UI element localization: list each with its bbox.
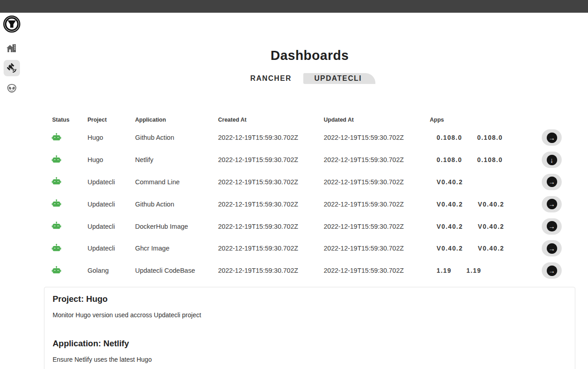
robot-happy-icon <box>51 265 62 276</box>
apps-cell: 0.108.00.108.0 <box>430 156 542 163</box>
app-version-chip: 0.108.0 <box>477 156 503 163</box>
created-at-cell: 2022-12-19T15:59:30.702Z <box>218 223 324 230</box>
app-version-chip: V0.40.2 <box>437 178 463 186</box>
updated-at-cell: 2022-12-19T15:59:30.702Z <box>324 201 430 208</box>
action-cell: → <box>542 129 575 146</box>
arrow-right-icon: → <box>547 243 557 254</box>
table-row[interactable]: Golang Updatecli CodeBase 2022-12-19T15:… <box>44 260 575 282</box>
tab-rancher[interactable]: RANCHER <box>244 73 298 84</box>
application-cell: Updatecli CodeBase <box>135 267 218 274</box>
app-version-chip: V0.40.2 <box>478 245 504 252</box>
app-version-chip: V0.40.2 <box>437 223 463 230</box>
sidebar <box>0 13 24 96</box>
arrow-down-icon: ↓ <box>547 155 557 165</box>
action-cell: → <box>542 262 575 279</box>
expand-row-button[interactable]: → <box>542 174 562 190</box>
created-at-cell: 2022-12-19T15:59:30.702Z <box>218 178 324 186</box>
tab-updatecli[interactable]: UPDATECLI <box>303 73 375 84</box>
application-cell: DockerHub Image <box>135 223 218 230</box>
expand-row-button[interactable]: → <box>542 240 562 256</box>
arrow-right-icon: → <box>547 133 557 143</box>
project-cell: Updatecli <box>87 201 135 208</box>
detail-application-description: Ensure Netlify uses the latest Hugo <box>53 356 567 363</box>
robot-happy-icon <box>51 176 62 187</box>
column-header-application: Application <box>135 117 218 123</box>
expanded-row-detail-card: Project: Hugo Monitor Hugo version used … <box>44 287 575 369</box>
robot-happy-icon <box>51 221 62 232</box>
alien-icon <box>6 83 17 93</box>
created-at-cell: 2022-12-19T15:59:30.702Z <box>218 245 324 252</box>
main-content: Dashboards RANCHER UPDATECLI Status Proj… <box>44 13 575 369</box>
application-cell: Github Action <box>135 201 218 208</box>
table-row[interactable]: Updatecli DockerHub Image 2022-12-19T15:… <box>44 215 575 237</box>
project-cell: Updatecli <box>87 223 135 230</box>
app-version-chip: 0.108.0 <box>437 134 462 141</box>
table-row[interactable]: Hugo Netlify 2022-12-19T15:59:30.702Z 20… <box>44 149 575 171</box>
app-version-chip: V0.40.2 <box>478 201 504 208</box>
column-header-created-at: Created At <box>218 117 324 123</box>
page-title: Dashboards <box>44 48 575 63</box>
updated-at-cell: 2022-12-19T15:59:30.702Z <box>324 178 430 186</box>
status-cell <box>44 154 87 166</box>
home-city-icon <box>6 43 17 54</box>
expand-row-button[interactable]: → <box>542 218 562 235</box>
application-cell: Command Line <box>135 178 218 186</box>
robot-happy-icon <box>51 154 62 166</box>
sidebar-item-home[interactable] <box>4 40 20 56</box>
expand-row-button[interactable]: → <box>542 196 562 212</box>
apps-cell: 0.108.00.108.0 <box>430 134 542 141</box>
table-body: Hugo Github Action 2022-12-19T15:59:30.7… <box>44 127 575 282</box>
created-at-cell: 2022-12-19T15:59:30.702Z <box>218 201 324 208</box>
status-cell <box>44 243 87 254</box>
action-cell: ↓ <box>542 152 575 168</box>
robot-happy-icon <box>51 132 62 143</box>
project-cell: Golang <box>87 267 135 274</box>
detail-project-heading: Project: Hugo <box>53 294 567 304</box>
expand-row-button[interactable]: ↓ <box>542 152 562 168</box>
expand-row-button[interactable]: → <box>542 129 562 146</box>
column-header-apps: Apps <box>430 117 542 123</box>
expand-row-button[interactable]: → <box>542 262 562 279</box>
apps-cell: 1.191.19 <box>430 267 542 274</box>
arrow-right-icon: → <box>547 177 557 187</box>
table-row[interactable]: Updatecli Ghcr Image 2022-12-19T15:59:30… <box>44 237 575 260</box>
satellite-icon <box>6 63 17 74</box>
updated-at-cell: 2022-12-19T15:59:30.702Z <box>324 223 430 230</box>
app-version-chip: 1.19 <box>467 267 481 274</box>
table-row[interactable]: Hugo Github Action 2022-12-19T15:59:30.7… <box>44 127 575 149</box>
arrow-right-icon: → <box>547 199 557 209</box>
table-row[interactable]: Updatecli Command Line 2022-12-19T15:59:… <box>44 171 575 193</box>
column-header-updated-at: Updated At <box>324 117 430 123</box>
dashboard-tabs: RANCHER UPDATECLI <box>44 73 575 84</box>
updatecli-logo[interactable] <box>3 15 20 33</box>
robot-happy-icon <box>51 243 62 254</box>
detail-project-description: Monitor Hugo version used accross Update… <box>53 311 567 319</box>
sidebar-item-alien[interactable] <box>4 80 20 96</box>
application-cell: Github Action <box>135 134 218 141</box>
created-at-cell: 2022-12-19T15:59:30.702Z <box>218 267 324 274</box>
updated-at-cell: 2022-12-19T15:59:30.702Z <box>324 245 430 252</box>
application-cell: Netlify <box>135 156 218 163</box>
apps-cell: V0.40.2V0.40.2 <box>430 245 542 252</box>
created-at-cell: 2022-12-19T15:59:30.702Z <box>218 134 324 141</box>
table-row[interactable]: Updatecli Github Action 2022-12-19T15:59… <box>44 193 575 215</box>
app-version-chip: V0.40.2 <box>478 223 504 230</box>
project-cell: Updatecli <box>87 245 135 252</box>
column-header-status: Status <box>44 117 87 123</box>
app-version-chip: 0.108.0 <box>437 156 462 163</box>
action-cell: → <box>542 218 575 235</box>
updated-at-cell: 2022-12-19T15:59:30.702Z <box>324 156 430 163</box>
status-cell <box>44 221 87 232</box>
status-cell <box>44 198 87 210</box>
robot-happy-icon <box>51 198 62 210</box>
top-app-bar <box>0 0 588 13</box>
status-cell <box>44 132 87 143</box>
app-version-chip: 1.19 <box>437 267 452 274</box>
project-cell: Updatecli <box>87 178 135 186</box>
action-cell: → <box>542 240 575 256</box>
apps-cell: V0.40.2V0.40.2 <box>430 223 542 230</box>
project-cell: Hugo <box>87 156 135 163</box>
created-at-cell: 2022-12-19T15:59:30.702Z <box>218 156 324 163</box>
application-cell: Ghcr Image <box>135 245 218 252</box>
sidebar-item-pipelines[interactable] <box>4 60 20 76</box>
